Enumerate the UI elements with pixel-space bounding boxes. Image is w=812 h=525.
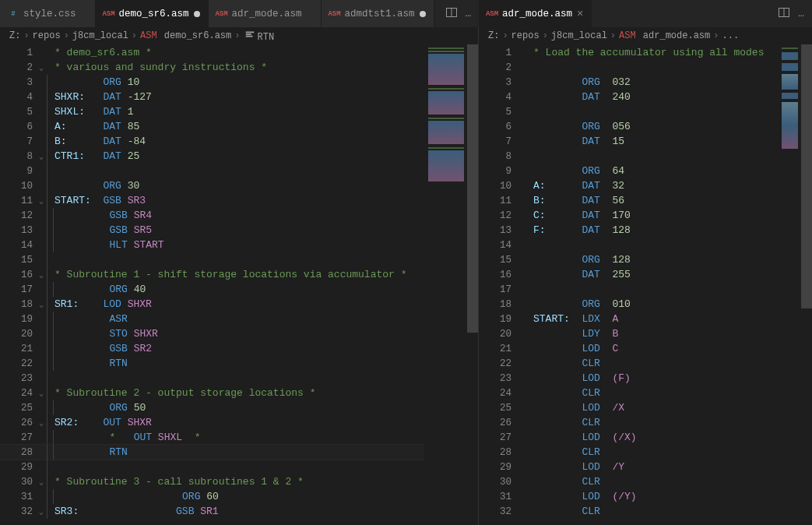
code-line[interactable]: 27 * OUT SHXL * [0, 430, 424, 445]
tab-adr_mode-asm[interactable]: ASMadr_mode.asm× [479, 0, 592, 27]
code-line[interactable]: 15 ORG 128 [479, 252, 778, 267]
code-line[interactable]: 2 [479, 60, 778, 75]
code-line[interactable]: 18⌄SR1: LOD SHXR [0, 297, 424, 312]
code-line[interactable]: 17 [479, 282, 778, 297]
code-line[interactable]: 21 LOD C [479, 341, 778, 356]
code-line[interactable]: 7B: DAT -84 [0, 134, 424, 149]
code-line[interactable]: 27 LOD (/X) [479, 430, 778, 445]
code-line[interactable]: 12 GSB SR4 [0, 208, 424, 223]
code-line[interactable]: 21 GSB SR2 [0, 341, 424, 356]
code-line[interactable]: 31 ORG 60 [0, 489, 424, 504]
code-line[interactable]: 8 [479, 149, 778, 164]
code-line[interactable]: 18 ORG 010 [479, 297, 778, 312]
code-line[interactable]: 10 ORG 30 [0, 178, 424, 193]
tab-admdtst1-asm[interactable]: ASMadmdtst1.asm [322, 0, 434, 27]
tab-demo_sr6-asm[interactable]: ASMdemo_sr6.asm [96, 0, 209, 27]
breadcrumb-segment[interactable]: ... [722, 30, 739, 41]
code-line[interactable]: 20 STO SHXR [0, 326, 424, 341]
code-line[interactable]: 8⌄CTR1: DAT 25 [0, 149, 424, 164]
breadcrumb-segment[interactable]: j8cm_local [551, 30, 607, 41]
code-line[interactable]: 25 ORG 50 [0, 400, 424, 415]
code-line[interactable]: 6A: DAT 85 [0, 119, 424, 134]
code-line[interactable]: 28 RTN [0, 445, 424, 460]
breadcrumb-segment[interactable]: repos [33, 30, 61, 41]
code-line[interactable]: 11⌄START: GSB SR3 [0, 193, 424, 208]
fold-icon[interactable]: ⌄ [36, 300, 47, 309]
tab-adr_mode-asm[interactable]: ASMadr_mode.asm [209, 0, 322, 27]
breadcrumb-segment[interactable]: Z: [488, 30, 499, 41]
split-editor-icon[interactable] [778, 6, 790, 22]
fold-icon[interactable]: ⌄ [36, 507, 47, 516]
code-line[interactable]: 30 CLR [479, 474, 778, 489]
code-line[interactable]: 32⌄SR3: GSB SR1 [0, 504, 424, 519]
code-line[interactable]: 10A: DAT 32 [479, 178, 778, 193]
code-line[interactable]: 4 DAT 240 [479, 90, 778, 104]
code-line[interactable]: 22 CLR [479, 356, 778, 371]
tab-style-css[interactable]: #style.css [0, 0, 96, 27]
fold-icon[interactable]: ⌄ [36, 63, 47, 72]
fold-icon[interactable]: ⌄ [36, 418, 47, 428]
code-line[interactable]: 5SHXL: DAT 1 [0, 104, 424, 119]
code-line[interactable]: 29 [0, 460, 424, 474]
more-actions-icon[interactable]: … [466, 8, 472, 19]
code-line[interactable]: 19 ASR [0, 312, 424, 326]
code-line[interactable]: 20 LDY B [479, 326, 778, 341]
code-line[interactable]: 28 CLR [479, 445, 778, 460]
code-line[interactable]: 3 ORG 032 [479, 75, 778, 90]
code-line[interactable]: 13F: DAT 128 [479, 223, 778, 238]
code-line[interactable]: 23 [0, 371, 424, 386]
code-line[interactable]: 1* Load the accumulator using all modes [479, 45, 778, 60]
minimap[interactable] [778, 44, 801, 525]
code-line[interactable]: 3 ORG 10 [0, 75, 424, 90]
breadcrumb-segment[interactable]: repos [511, 30, 540, 41]
fold-icon[interactable]: ⌄ [36, 477, 47, 487]
scrollbar[interactable] [801, 44, 812, 525]
code-line[interactable]: 26 CLR [479, 415, 778, 430]
code-line[interactable]: 16⌄* Subroutine 1 - shift storage locati… [0, 267, 424, 282]
code-line[interactable]: 13 GSB SR5 [0, 223, 424, 238]
close-icon[interactable]: × [577, 9, 583, 19]
editor-right[interactable]: 1* Load the accumulator using all modes2… [479, 44, 778, 525]
code-line[interactable]: 25 LOD /X [479, 400, 778, 415]
code-line[interactable]: 26⌄SR2: OUT SHXR [0, 415, 424, 430]
code-line[interactable]: 15 [0, 252, 424, 267]
code-line[interactable]: 9 [0, 164, 424, 178]
breadcrumb[interactable]: Z:›repos›j8cm_local›ASM demo_sr6.asm›RTN [0, 27, 478, 44]
code-line[interactable]: 6 ORG 056 [479, 119, 778, 134]
code-line[interactable]: 7 DAT 15 [479, 134, 778, 149]
fold-icon[interactable]: ⌄ [36, 270, 47, 280]
code-line[interactable]: 12C: DAT 170 [479, 208, 778, 223]
breadcrumb-segment[interactable]: RTN [243, 29, 274, 43]
code-line[interactable]: 1* demo_sr6.asm * [0, 45, 424, 60]
code-line[interactable]: 24⌄* Subroutine 2 - output storage locat… [0, 386, 424, 400]
code-line[interactable]: 19START: LDX A [479, 312, 778, 326]
code-line[interactable]: 16 DAT 255 [479, 267, 778, 282]
editor-left[interactable]: 1* demo_sr6.asm *2⌄* various and sundry … [0, 44, 424, 525]
code-line[interactable]: 9 ORG 64 [479, 164, 778, 178]
breadcrumb-segment[interactable]: j8cm_local [72, 30, 128, 41]
code-line[interactable]: 11B: DAT 56 [479, 193, 778, 208]
code-line[interactable]: 17 ORG 40 [0, 282, 424, 297]
code-line[interactable]: 31 LOD (/Y) [479, 489, 778, 504]
fold-icon[interactable]: ⌄ [36, 196, 47, 206]
code-line[interactable]: 2⌄* various and sundry instructions * [0, 60, 424, 75]
code-line[interactable]: 14 HLT START [0, 238, 424, 252]
fold-icon[interactable]: ⌄ [36, 389, 47, 398]
breadcrumb[interactable]: Z:›repos›j8cm_local›ASM adr_mode.asm›... [479, 27, 812, 44]
breadcrumb-segment[interactable]: ASM demo_sr6.asm [140, 30, 231, 41]
code-line[interactable]: 4SHXR: DAT -127 [0, 90, 424, 104]
split-editor-icon[interactable] [445, 6, 458, 22]
code-line[interactable]: 23 LOD (F) [479, 371, 778, 386]
code-line[interactable]: 22 RTN [0, 356, 424, 371]
scrollbar[interactable] [467, 44, 478, 525]
breadcrumb-segment[interactable]: Z: [9, 30, 20, 41]
breadcrumb-segment[interactable]: ASM adr_mode.asm [619, 30, 710, 41]
code-line[interactable]: 14 [479, 238, 778, 252]
fold-icon[interactable]: ⌄ [36, 152, 47, 161]
minimap[interactable] [424, 44, 467, 525]
code-line[interactable]: 5 [479, 104, 778, 119]
more-actions-icon[interactable]: … [798, 8, 804, 19]
code-line[interactable]: 29 LOD /Y [479, 460, 778, 474]
code-line[interactable]: 30⌄* Subroutine 3 - call subroutines 1 &… [0, 474, 424, 489]
code-line[interactable]: 32 CLR [479, 504, 778, 519]
